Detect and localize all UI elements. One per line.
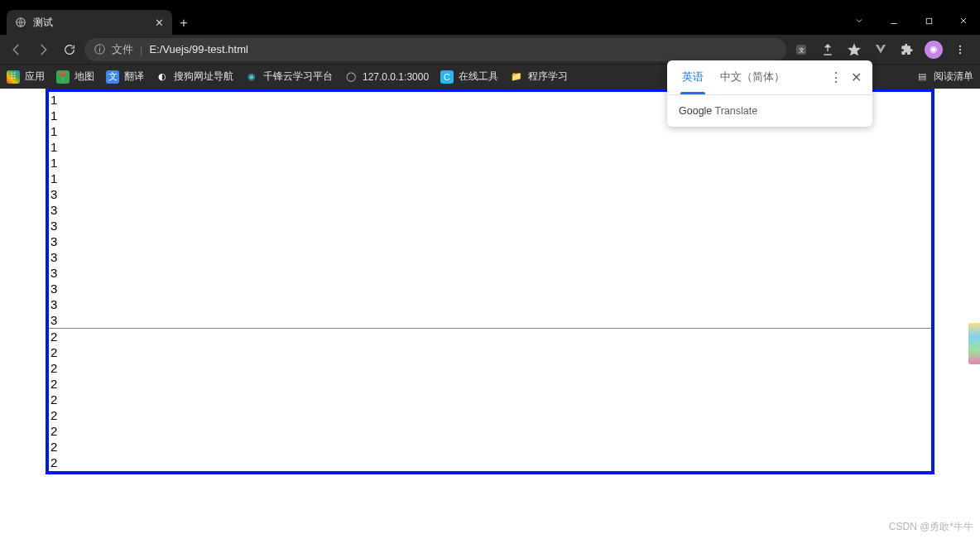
close-tab-icon[interactable]: ✕ <box>155 17 164 29</box>
list-item: 3 <box>50 186 930 202</box>
bookmark-maps[interactable]: 📍地图 <box>56 70 94 84</box>
bookmark-label: 127.0.0.1:3000 <box>363 71 429 83</box>
share-icon[interactable] <box>816 38 839 61</box>
bookmark-sogou[interactable]: ◐搜狗网址导航 <box>156 70 233 84</box>
list-item: 1 <box>50 139 930 155</box>
svg-point-4 <box>959 45 961 46</box>
svg-point-5 <box>959 48 961 50</box>
list-item: 2 <box>50 439 930 455</box>
url-text: E:/Vuejs/99-test.html <box>149 43 247 55</box>
bookmark-label: 应用 <box>25 70 45 84</box>
bookmark-label: 翻译 <box>124 70 144 84</box>
v-icon[interactable] <box>869 38 892 61</box>
bookmark-apps[interactable]: ⠿应用 <box>7 70 45 84</box>
reading-list-icon: ▤ <box>915 70 929 84</box>
svg-text:文: 文 <box>799 47 805 53</box>
brand-strong: Google <box>679 105 712 117</box>
list-item: 2 <box>50 423 930 439</box>
bookmark-label: 在线工具 <box>459 70 498 84</box>
list-item: 3 <box>50 233 930 249</box>
tab-strip: 测试 ✕ + <box>0 7 980 35</box>
translate-popup: 英语 中文（简体） ⋮ ✕ Google Translate <box>667 60 872 127</box>
list-item: 2 <box>50 407 930 423</box>
browser-tab[interactable]: 测试 ✕ <box>7 10 172 35</box>
list-item: 1 <box>50 171 930 186</box>
tab-title: 测试 <box>33 16 53 30</box>
reload-button[interactable] <box>58 38 81 61</box>
list-item: 3 <box>50 249 930 265</box>
list-item: 3 <box>50 218 930 233</box>
translate-close-icon[interactable]: ✕ <box>846 68 866 88</box>
translate-tab-zh[interactable]: 中文（简体） <box>712 60 793 94</box>
list-item: 3 <box>50 265 930 281</box>
address-bar[interactable]: ⓘ 文件 | E:/Vuejs/99-test.html <box>84 38 786 61</box>
list-item: 2 <box>50 344 930 360</box>
list-item: 2 <box>50 360 930 376</box>
globe-icon <box>15 17 26 28</box>
maximize-button[interactable] <box>912 8 945 33</box>
list-item: 2 <box>50 329 930 344</box>
new-tab-button[interactable]: + <box>172 12 195 35</box>
tools-icon: C <box>440 70 454 84</box>
translate-icon[interactable]: 文 <box>790 38 813 61</box>
bookmark-translate[interactable]: 文翻译 <box>106 70 144 84</box>
menu-icon[interactable] <box>949 38 972 61</box>
list-item: 1 <box>50 155 930 171</box>
minimize-button[interactable] <box>877 8 910 33</box>
bookmark-qianfeng[interactable]: ◉千锋云学习平台 <box>245 70 333 84</box>
star-icon[interactable] <box>843 38 866 61</box>
forward-button[interactable] <box>31 38 55 61</box>
apps-icon: ⠿ <box>7 70 20 84</box>
list-item: 3 <box>50 312 930 328</box>
system-titlebar <box>0 0 980 7</box>
upper-list: 111111333333333 <box>49 92 931 328</box>
translate-bm-icon: 文 <box>106 70 119 84</box>
avatar: ◉ <box>925 41 943 59</box>
bookmark-label: 搜狗网址导航 <box>174 70 233 84</box>
maps-icon: 📍 <box>56 70 70 84</box>
sogou-icon: ◐ <box>156 70 169 84</box>
profile-avatar[interactable]: ◉ <box>922 38 945 61</box>
folder-icon: 📁 <box>510 70 523 84</box>
translate-menu-icon[interactable]: ⋮ <box>826 68 846 88</box>
window-controls <box>843 7 980 35</box>
lower-scroll-list[interactable]: 222222222 <box>49 329 931 471</box>
reading-list-button[interactable]: ▤阅读清单 <box>915 70 973 84</box>
url-scheme-label: 文件 <box>112 42 133 57</box>
bookmark-learn[interactable]: 📁程序学习 <box>510 70 568 84</box>
svg-rect-1 <box>926 18 931 23</box>
translate-brand: Google Translate <box>667 95 872 127</box>
svg-point-6 <box>959 51 961 53</box>
page-viewport: 111111333333333 222222222 <box>0 89 980 539</box>
close-window-button[interactable] <box>947 8 980 33</box>
globe-bm-icon: ◯ <box>344 70 358 84</box>
chevron-down-icon[interactable] <box>843 8 876 33</box>
qianfeng-icon: ◉ <box>245 70 258 84</box>
back-button[interactable] <box>5 38 28 61</box>
url-divider: | <box>140 43 142 55</box>
list-item: 2 <box>50 392 930 407</box>
translate-tabs: 英语 中文（简体） ⋮ ✕ <box>667 60 872 95</box>
list-item: 3 <box>50 202 930 218</box>
translate-tab-en[interactable]: 英语 <box>674 60 712 94</box>
list-item: 3 <box>50 281 930 296</box>
list-item: 2 <box>50 455 930 470</box>
extensions-icon[interactable] <box>896 38 919 61</box>
tab-label: 中文（简体） <box>720 70 785 84</box>
watermark: CSDN @勇敢*牛牛 <box>889 520 973 534</box>
bookmark-tools[interactable]: C在线工具 <box>440 70 498 84</box>
side-widget[interactable] <box>968 323 980 364</box>
bookmark-label: 地图 <box>74 70 94 84</box>
bookmark-label: 千锋云学习平台 <box>263 70 333 84</box>
brand-rest: Translate <box>712 105 757 117</box>
browser-toolbar: ⓘ 文件 | E:/Vuejs/99-test.html 文 ◉ <box>0 35 980 64</box>
bookmark-label: 程序学习 <box>528 70 568 84</box>
tab-label: 英语 <box>682 70 704 84</box>
list-item: 2 <box>50 376 930 392</box>
bookmark-label: 阅读清单 <box>934 70 973 84</box>
info-icon[interactable]: ⓘ <box>94 42 105 57</box>
content-box: 111111333333333 222222222 <box>46 89 934 474</box>
list-item: 3 <box>50 296 930 312</box>
bookmark-localhost[interactable]: ◯127.0.0.1:3000 <box>344 70 429 84</box>
